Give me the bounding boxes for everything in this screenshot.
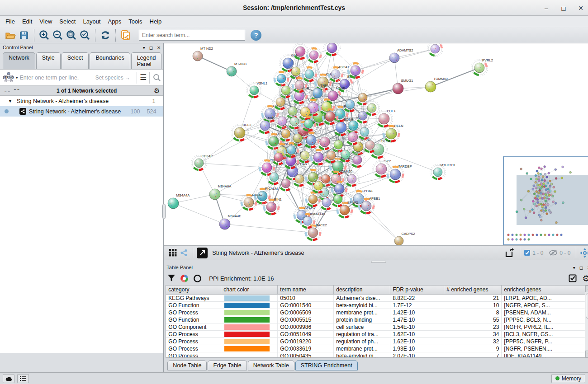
panel-close-icon[interactable]: ✕ [157, 45, 161, 50]
network-canvas[interactable]: MT-ND2MT-ND1VSNL1GAB2ADAMTS2PVRL2TOMM40S… [164, 43, 588, 245]
string-search-icon[interactable] [152, 73, 161, 82]
hidden-eye-icon[interactable] [549, 249, 558, 256]
close-button[interactable]: ✕ [577, 5, 584, 12]
column-header-3[interactable]: description [334, 286, 390, 294]
table-row[interactable]: GO FunctionGO:0005515protein binding1.47… [166, 316, 588, 323]
network-node[interactable] [324, 43, 341, 56]
open-session-button[interactable] [4, 28, 17, 42]
export-network-button[interactable] [503, 246, 516, 260]
table-row[interactable]: GO ProcessGO:0050435beta-amyloid m...2.0… [166, 352, 588, 357]
network-node-mme[interactable]: MME [257, 116, 276, 134]
horizontal-splitter[interactable] [164, 260, 588, 263]
menu-layout[interactable]: Layout [79, 17, 104, 26]
table-row[interactable]: GO FunctionGO:0001540beta-amyloid bi...1… [166, 302, 588, 309]
column-header-1[interactable]: chart color [221, 286, 278, 294]
clone-network-button[interactable] [119, 28, 133, 42]
memory-button[interactable]: Memory [551, 374, 585, 383]
grid-mode-button[interactable] [167, 246, 178, 260]
scroll-down-arrow[interactable]: ▼ [585, 351, 588, 357]
minimize-button[interactable]: – [543, 5, 550, 12]
menu-help[interactable]: Help [146, 17, 166, 26]
menu-tools[interactable]: Tools [125, 17, 146, 26]
table-row[interactable]: KEGG Pathways05010Alzheimer's dise...8.8… [166, 295, 588, 302]
birdseye-view-panel[interactable] [503, 156, 588, 245]
zoom-selected-button[interactable] [78, 28, 92, 42]
panel-menu-icon[interactable]: ▾ [143, 45, 145, 50]
network-node-cd2ap[interactable]: CD2AP [191, 154, 213, 171]
menu-apps[interactable]: Apps [104, 17, 125, 26]
menu-view[interactable]: View [36, 17, 56, 26]
column-header-6[interactable]: enriched genes [502, 286, 588, 294]
tab-boundaries[interactable]: Boundaries [90, 52, 130, 69]
table-vertical-scrollbar[interactable]: ▲ ▼ [585, 286, 588, 357]
table-row[interactable]: GO ProcessGO:0051049regulation of tra...… [166, 331, 588, 338]
table-row[interactable]: GO ProcessGO:0006509membrane prot...1.42… [166, 309, 588, 316]
ring-chart-icon[interactable] [193, 274, 202, 283]
vertical-splitter-grip[interactable] [162, 204, 166, 219]
panel-float-icon[interactable]: ◻ [149, 45, 153, 50]
network-node-pvrl2[interactable]: PVRL2 [471, 58, 493, 76]
table-panel-float-icon[interactable]: ◻ [579, 265, 583, 270]
zoom-out-button[interactable] [51, 28, 65, 42]
network-node-smug1[interactable]: SMUG1 [393, 79, 413, 94]
network-row[interactable]: String Network - Alzheimer's disease 100… [0, 106, 163, 117]
menu-edit[interactable]: Edit [19, 17, 36, 26]
table-panel-menu-icon[interactable]: ▾ [573, 265, 575, 270]
filter-icon[interactable] [167, 274, 175, 282]
save-session-button[interactable] [17, 28, 31, 42]
refresh-button[interactable] [99, 28, 112, 42]
tab-network[interactable]: Network [3, 52, 35, 69]
set-species-hint[interactable]: Set species → [95, 75, 130, 81]
column-header-5[interactable]: # enriched genes [444, 286, 502, 294]
network-node-ms4a4a[interactable]: MS4A4A [168, 193, 190, 209]
cell: GO:0019220 [278, 338, 334, 345]
tab-node-table[interactable]: Node Table [167, 361, 207, 370]
network-collection-row[interactable]: ▼ String Network - Alzheimer's disease 1 [0, 96, 163, 106]
network-options-gear-icon[interactable]: ⚙ [154, 87, 160, 94]
string-options-icon[interactable]: ☰ [140, 73, 147, 82]
scroll-up-arrow[interactable]: ▲ [585, 286, 588, 292]
table-settings-gear-icon[interactable]: ⚙ [582, 274, 588, 283]
help-button[interactable]: ? [251, 30, 261, 41]
expand-all-icon[interactable]: ⌃⌃ [13, 88, 20, 93]
column-header-4[interactable]: FDR p-value [390, 286, 444, 294]
detach-view-button[interactable] [197, 248, 208, 258]
maximize-button[interactable]: ◻ [560, 5, 567, 12]
network-node-bace2[interactable]: BACE2 [305, 223, 327, 241]
network-node[interactable] [278, 176, 294, 192]
search-input[interactable] [139, 30, 245, 41]
table-row[interactable]: GO ProcessGO:0033619membrane prot...1.93… [166, 345, 588, 352]
tab-string-enrichment[interactable]: STRING Enrichment [295, 361, 358, 370]
table-row[interactable]: GO ProcessGO:0019220regulation of ph...1… [166, 338, 588, 345]
scrollbar-thumb[interactable] [586, 293, 588, 319]
pie-chart-icon[interactable] [180, 274, 189, 283]
tab-network-table[interactable]: Network Table [248, 361, 294, 370]
zoom-in-button[interactable] [38, 28, 51, 42]
menu-file[interactable]: File [2, 17, 19, 26]
tab-edge-table[interactable]: Edge Table [208, 361, 247, 370]
menu-select[interactable]: Select [56, 17, 79, 26]
string-logo-icon[interactable]: STRING [2, 71, 15, 84]
table-row[interactable]: GO ComponentGO:0009986cell surface1.54E-… [166, 323, 588, 331]
birdseye-toggle-icon[interactable] [580, 248, 588, 258]
string-dropdown-caret[interactable]: ▾ [16, 75, 18, 80]
collapse-all-icon[interactable]: ⌄⌄ [4, 88, 10, 93]
tab-style[interactable]: Style [36, 52, 61, 69]
column-header-2[interactable]: term name [278, 286, 334, 294]
task-history-button[interactable] [17, 374, 29, 383]
tab-legend-panel[interactable]: Legend Panel [131, 52, 162, 69]
column-header-0[interactable]: category [166, 286, 221, 294]
select-columns-icon[interactable] [569, 274, 577, 282]
share-view-button[interactable] [178, 246, 189, 260]
network-node-mt-nd1[interactable]: MT-ND1 [227, 62, 247, 76]
collection-expand-icon[interactable]: ▼ [8, 99, 12, 103]
hidden-count-badge: 0 - 0 [560, 250, 570, 256]
network-node-mthfd1l[interactable]: MTHFD1L [430, 163, 456, 180]
network-node-phf1[interactable]: PHF1 [375, 109, 396, 128]
network-node-cadps2[interactable]: CADPS2 [394, 232, 415, 245]
selected-nodes-checkbox-icon[interactable] [524, 249, 531, 256]
string-term-input[interactable] [20, 75, 95, 81]
zoom-fit-button[interactable] [65, 28, 78, 42]
tab-select[interactable]: Select [62, 52, 89, 69]
automation-status-button[interactable] [3, 374, 14, 383]
